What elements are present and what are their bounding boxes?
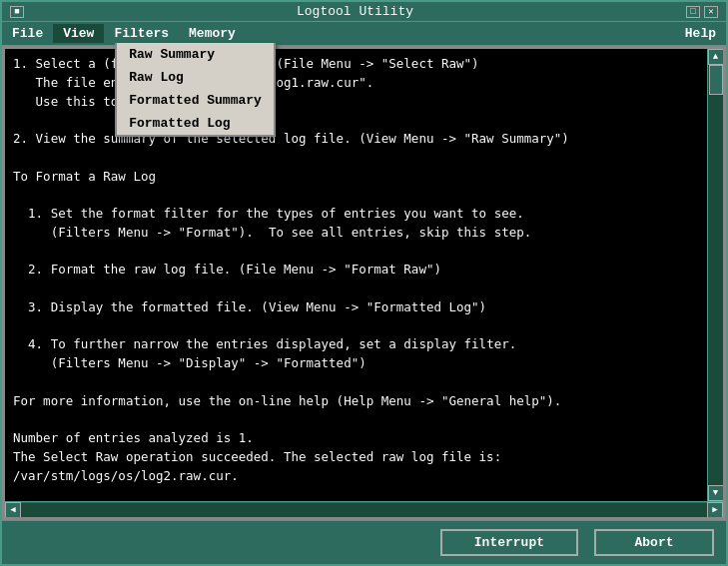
- menu-memory[interactable]: Memory: [179, 24, 246, 43]
- h-scroll-track[interactable]: [21, 503, 707, 517]
- log-area[interactable]: 1. Select a (formatted) log file. (File …: [5, 49, 707, 501]
- main-window: ■ Logtool Utility □ ✕ File View Raw Summ…: [0, 0, 728, 566]
- scroll-thumb[interactable]: [709, 65, 723, 95]
- title-bar-left-controls: ■: [10, 6, 24, 18]
- vertical-scrollbar[interactable]: ▲ ▼: [707, 49, 723, 501]
- title-bar-right-controls: □ ✕: [686, 6, 718, 18]
- dropdown-formatted-log[interactable]: Formatted Log: [117, 112, 274, 135]
- menu-filters[interactable]: Filters: [104, 24, 179, 43]
- log-scroll-container: 1. Select a (formatted) log file. (File …: [5, 49, 723, 501]
- dropdown-formatted-summary[interactable]: Formatted Summary: [117, 89, 274, 112]
- content-area: 1. Select a (formatted) log file. (File …: [2, 46, 726, 520]
- main-content: 1. Select a (formatted) log file. (File …: [5, 49, 723, 517]
- abort-button[interactable]: Abort: [594, 529, 714, 556]
- scroll-track[interactable]: [708, 65, 724, 485]
- resize-button[interactable]: □: [686, 6, 700, 18]
- scroll-down-button[interactable]: ▼: [708, 485, 724, 501]
- interrupt-button[interactable]: Interrupt: [440, 529, 578, 556]
- title-bar: ■ Logtool Utility □ ✕: [2, 2, 726, 22]
- menu-file[interactable]: File: [2, 24, 53, 43]
- dropdown-raw-summary[interactable]: Raw Summary: [117, 43, 274, 66]
- menu-view[interactable]: View Raw Summary Raw Log Formatted Summa…: [53, 24, 104, 43]
- scroll-up-button[interactable]: ▲: [708, 49, 724, 65]
- view-dropdown: Raw Summary Raw Log Formatted Summary Fo…: [115, 43, 276, 137]
- close-button[interactable]: ✕: [704, 6, 718, 18]
- minimize-button[interactable]: ■: [10, 6, 24, 18]
- footer: Interrupt Abort: [2, 520, 726, 564]
- scroll-right-button[interactable]: ▶: [707, 502, 723, 518]
- dropdown-raw-log[interactable]: Raw Log: [117, 66, 274, 89]
- scroll-left-button[interactable]: ◀: [5, 502, 21, 518]
- menubar: File View Raw Summary Raw Log Formatted …: [2, 22, 726, 46]
- menu-help[interactable]: Help: [675, 24, 726, 43]
- window-title: Logtool Utility: [24, 4, 686, 19]
- horizontal-scrollbar[interactable]: ◀ ▶: [5, 501, 723, 517]
